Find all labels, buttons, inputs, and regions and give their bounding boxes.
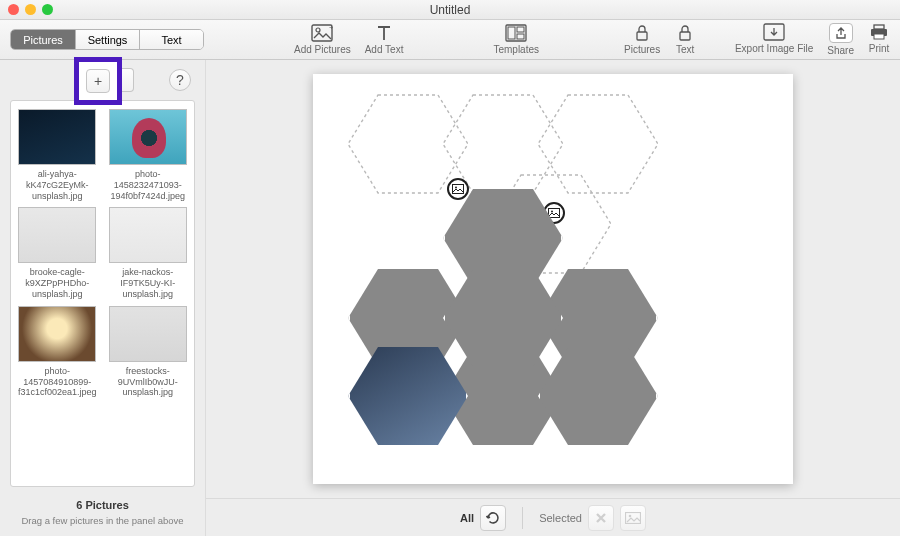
toolbar: Pictures Settings Text + Add Pictures Ad…: [0, 20, 900, 60]
thumbnail-item[interactable]: brooke-cagle-k9XZPpPHDho-unsplash.jpg: [17, 207, 98, 299]
sidebar-hint: Drag a few pictures in the panel above: [8, 515, 197, 526]
group-selected: Selected: [539, 505, 646, 531]
image-drop-icon: [447, 178, 469, 200]
thumbnail-item[interactable]: jake-nackos-IF9TK5Uy-KI-unsplash.jpg: [108, 207, 189, 299]
sidebar-footer: 6 Pictures Drag a few pictures in the pa…: [0, 493, 205, 536]
sidebar: + ? ali-yahya-kK47cG2EyMk-unsplash.jpg p…: [0, 60, 206, 536]
svg-rect-4: [508, 27, 515, 39]
thumbnail-image: [18, 109, 96, 165]
toolbar-group-right: Export Image File Share Print: [735, 23, 890, 56]
svg-rect-12: [874, 34, 884, 39]
thumbnail-item[interactable]: freestocks-9UVmlIb0wJU-unsplash.jpg: [108, 306, 189, 398]
replace-selected-button[interactable]: [620, 505, 646, 531]
thumbnail-caption: freestocks-9UVmlIb0wJU-unsplash.jpg: [108, 366, 189, 398]
add-picture-button[interactable]: +: [86, 69, 110, 93]
svg-rect-8: [680, 32, 690, 40]
print-button[interactable]: Print: [868, 23, 890, 54]
share-button[interactable]: Share: [827, 23, 854, 56]
remove-picture-button[interactable]: [122, 68, 134, 92]
tab-pictures[interactable]: Pictures: [11, 30, 75, 49]
picture-count: 6 Pictures: [8, 499, 197, 511]
svg-rect-6: [517, 34, 524, 39]
lock-pictures-button[interactable]: Pictures: [624, 24, 660, 55]
image-plus-icon: +: [311, 24, 333, 42]
svg-point-22: [629, 514, 632, 517]
help-button[interactable]: ?: [169, 69, 191, 91]
svg-rect-7: [637, 32, 647, 40]
bottom-toolbar: All Selected: [206, 498, 900, 536]
toolbar-group-templates: Templates: [493, 24, 539, 55]
main-area: + ? ali-yahya-kK47cG2EyMk-unsplash.jpg p…: [0, 60, 900, 536]
close-icon: [594, 511, 608, 525]
separator: [522, 507, 523, 529]
toolbar-group-add: + Add Pictures Add Text: [294, 24, 403, 55]
svg-rect-19: [549, 209, 560, 218]
thumbnail-caption: jake-nackos-IF9TK5Uy-KI-unsplash.jpg: [108, 267, 189, 299]
pictures-panel: ali-yahya-kK47cG2EyMk-unsplash.jpg photo…: [10, 100, 195, 487]
thumbnail-caption: photo-1458232471093-194f0bf7424d.jpeg: [108, 169, 189, 201]
label-selected: Selected: [539, 512, 582, 524]
group-all: All: [460, 505, 506, 531]
tab-text[interactable]: Text: [139, 30, 203, 49]
page-area: [206, 60, 900, 498]
lock-icon: [674, 24, 696, 42]
svg-point-16: [455, 187, 457, 189]
toolbar-group-lock: Pictures Text: [624, 24, 696, 55]
canvas-area: All Selected: [206, 60, 900, 536]
thumbnail-item[interactable]: photo-1457084910899-f31c1cf002ea1.jpeg: [17, 306, 98, 398]
svg-rect-11: [874, 25, 884, 29]
lock-icon: [631, 24, 653, 42]
svg-point-1: [316, 28, 320, 32]
svg-point-20: [551, 211, 553, 213]
export-button[interactable]: Export Image File: [735, 23, 813, 54]
thumbnail-caption: brooke-cagle-k9XZPpPHDho-unsplash.jpg: [17, 267, 98, 299]
thumbnail-image: [109, 306, 187, 362]
title-bar: Untitled: [0, 0, 900, 20]
sidebar-controls: + ?: [0, 60, 205, 100]
thumbnail-image: [109, 207, 187, 263]
collage-page[interactable]: [313, 74, 793, 484]
refresh-icon: [485, 510, 501, 526]
filled-hex[interactable]: [538, 344, 658, 448]
add-pictures-button[interactable]: + Add Pictures: [294, 24, 351, 55]
label-all: All: [460, 512, 474, 524]
print-icon: [868, 23, 890, 41]
templates-icon: [505, 24, 527, 42]
filled-hex[interactable]: [348, 344, 468, 448]
view-segmented-control: Pictures Settings Text: [10, 29, 204, 50]
filled-hex[interactable]: [443, 266, 563, 370]
svg-text:+: +: [329, 24, 333, 32]
svg-rect-15: [453, 185, 464, 194]
thumbnail-caption: photo-1457084910899-f31c1cf002ea1.jpeg: [17, 366, 98, 398]
window-title: Untitled: [0, 3, 900, 17]
export-icon: [763, 23, 785, 41]
delete-selected-button[interactable]: [588, 505, 614, 531]
thumbnail-item[interactable]: photo-1458232471093-194f0bf7424d.jpeg: [108, 109, 189, 201]
tab-settings[interactable]: Settings: [75, 30, 139, 49]
text-icon: [373, 24, 395, 42]
image-icon: [625, 512, 641, 524]
svg-rect-5: [517, 27, 524, 32]
thumbnail-image: [18, 306, 96, 362]
thumbnail-image: [18, 207, 96, 263]
thumbnail-image: [109, 109, 187, 165]
templates-button[interactable]: Templates: [493, 24, 539, 55]
share-icon: [829, 23, 853, 43]
thumbnail-caption: ali-yahya-kK47cG2EyMk-unsplash.jpg: [17, 169, 98, 201]
refresh-all-button[interactable]: [480, 505, 506, 531]
add-text-button[interactable]: Add Text: [365, 24, 404, 55]
add-picture-highlight: +: [74, 57, 122, 105]
thumbnail-item[interactable]: ali-yahya-kK47cG2EyMk-unsplash.jpg: [17, 109, 98, 201]
lock-text-button[interactable]: Text: [674, 24, 696, 55]
